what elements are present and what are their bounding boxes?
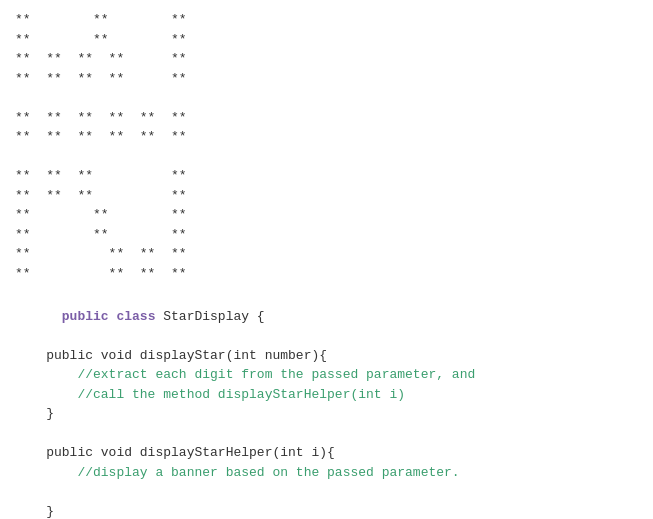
star-line-3: ** ** ** ** ** xyxy=(15,49,638,69)
star-art-section: ** ** ** ** ** ** ** ** ** ** ** ** ** *… xyxy=(15,10,638,283)
star-line-1: ** ** ** xyxy=(15,10,638,30)
java-code-section: public class StarDisplay { public void d… xyxy=(15,287,638,519)
code-line-blank3 xyxy=(15,424,638,444)
code-line-comment2: //call the method displayStarHelper(int … xyxy=(15,385,638,405)
star-line-9: ** ** ** xyxy=(15,205,638,225)
star-line-10: ** ** ** xyxy=(15,225,638,245)
star-line-5: ** ** ** ** ** ** xyxy=(15,108,638,128)
star-line-12: ** ** ** ** xyxy=(15,264,638,284)
star-line-blank2 xyxy=(15,147,638,167)
star-line-4: ** ** ** ** ** xyxy=(15,69,638,89)
main-container: ** ** ** ** ** ** ** ** ** ** ** ** ** *… xyxy=(15,10,638,519)
star-line-6: ** ** ** ** ** ** xyxy=(15,127,638,147)
code-line-method1: public void displayStar(int number){ xyxy=(15,346,638,366)
code-line-blank4 xyxy=(15,482,638,502)
code-line-method2: public void displayStarHelper(int i){ xyxy=(15,443,638,463)
keyword-public: public class xyxy=(62,309,156,324)
star-line-8: ** ** ** ** xyxy=(15,186,638,206)
code-line-close2: } xyxy=(15,502,638,520)
class-name: StarDisplay { xyxy=(155,309,264,324)
code-line-comment1: //extract each digit from the passed par… xyxy=(15,365,638,385)
code-line-close1: } xyxy=(15,404,638,424)
star-line-7: ** ** ** ** xyxy=(15,166,638,186)
code-line-comment3: //display a banner based on the passed p… xyxy=(15,463,638,483)
star-line-2: ** ** ** xyxy=(15,30,638,50)
code-line-class: public class StarDisplay { xyxy=(15,287,638,346)
star-line-blank1 xyxy=(15,88,638,108)
star-line-11: ** ** ** ** xyxy=(15,244,638,264)
